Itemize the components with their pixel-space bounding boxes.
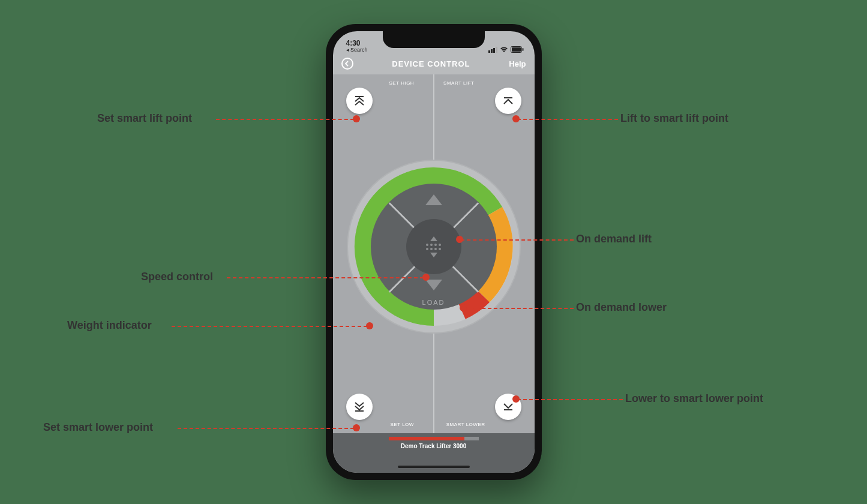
- callout-lower-to-smart: Lower to smart lower point: [625, 392, 763, 405]
- wifi-icon: [500, 47, 508, 53]
- nav-bar: DEVICE CONTROL Help: [333, 53, 535, 74]
- phone-notch: [383, 31, 485, 48]
- smart-lift-label: SMART LIFT: [443, 80, 474, 86]
- callout-lift-to-smart: Lift to smart lift point: [620, 112, 728, 125]
- phone-frame: 4:30 ◂ Search DEVICE CONTROL Help: [326, 24, 542, 480]
- status-back-app[interactable]: ◂ Search: [346, 47, 368, 53]
- home-indicator[interactable]: [398, 466, 470, 468]
- chevron-up-bar-icon: [502, 94, 515, 107]
- set-low-label: SET LOW: [391, 422, 414, 427]
- speed-control-knob[interactable]: [406, 219, 461, 274]
- load-label: LOAD: [422, 299, 445, 306]
- device-name: Demo Track Lifter 3000: [401, 443, 467, 449]
- smart-lift-button[interactable]: [495, 88, 521, 114]
- callout-set-smart-lift: Set smart lift point: [97, 112, 192, 125]
- help-button[interactable]: Help: [509, 59, 526, 68]
- double-chevron-up-bar-icon: [353, 94, 366, 107]
- mini-up-icon: [430, 236, 437, 241]
- set-high-button[interactable]: [346, 88, 373, 114]
- callout-on-demand-lower: On demand lower: [576, 301, 667, 314]
- set-low-button[interactable]: [346, 394, 373, 420]
- drag-handle-icon: [426, 244, 441, 250]
- lift-up-button[interactable]: [425, 194, 442, 205]
- back-button[interactable]: [341, 58, 353, 70]
- control-area: SET HIGH SMART LIFT SET LOW SMART LOWER: [333, 74, 535, 433]
- phone-screen: 4:30 ◂ Search DEVICE CONTROL Help: [333, 31, 535, 473]
- mini-down-icon: [430, 253, 437, 257]
- smart-lower-label: SMART LOWER: [446, 422, 485, 427]
- svg-rect-2: [522, 48, 523, 51]
- svg-rect-1: [512, 47, 521, 52]
- double-chevron-down-bar-icon: [353, 400, 366, 413]
- device-status-bar: [389, 437, 479, 440]
- signal-icon: [488, 47, 497, 53]
- callout-weight-indicator: Weight indicator: [67, 319, 152, 332]
- battery-icon: [511, 46, 524, 53]
- callout-on-demand-lift: On demand lift: [576, 233, 652, 245]
- set-high-label: SET HIGH: [389, 80, 415, 86]
- nav-title: DEVICE CONTROL: [392, 59, 470, 68]
- chevron-down-bar-icon: [502, 400, 515, 413]
- lower-down-button[interactable]: [425, 280, 442, 290]
- status-time: 4:30: [346, 40, 368, 47]
- callout-set-smart-lower: Set smart lower point: [43, 421, 153, 434]
- callout-speed-control: Speed control: [141, 271, 213, 283]
